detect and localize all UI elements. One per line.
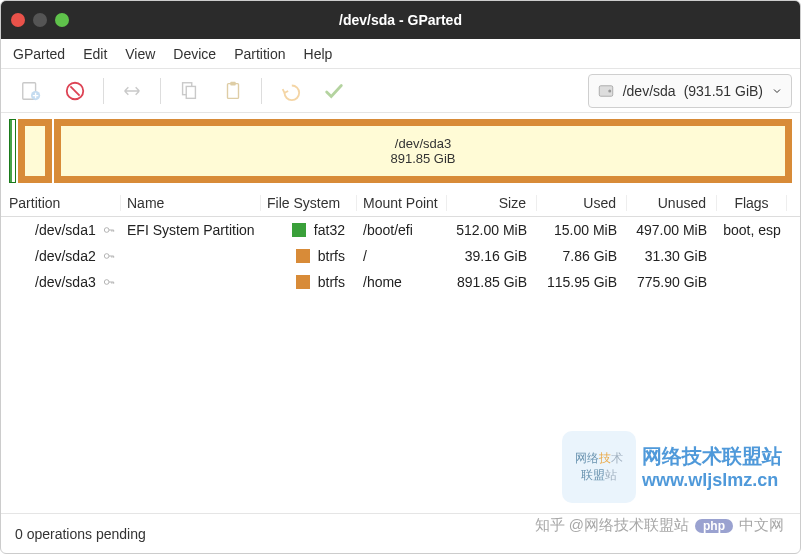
col-flags[interactable]: Flags: [717, 195, 787, 211]
partition-path: /dev/sda2: [35, 248, 96, 264]
disk-block-size: 891.85 GiB: [390, 151, 455, 166]
size-cell: 512.00 MiB: [447, 222, 537, 238]
paste-icon: [222, 80, 244, 102]
disk-block-label: /dev/sda3: [395, 136, 451, 151]
used-cell: 115.95 GiB: [537, 274, 627, 290]
partition-path: /dev/sda3: [35, 274, 96, 290]
menu-partition[interactable]: Partition: [234, 46, 285, 62]
menu-help[interactable]: Help: [304, 46, 333, 62]
toolbar-separator: [103, 78, 104, 104]
minimize-icon[interactable]: [33, 13, 47, 27]
lock-icon: [102, 249, 116, 263]
fs-type: btrfs: [318, 248, 345, 264]
table-row[interactable]: /dev/sda1 EFI System Partition fat32 /bo…: [1, 217, 800, 243]
size-cell: 891.85 GiB: [447, 274, 537, 290]
menu-edit[interactable]: Edit: [83, 46, 107, 62]
menu-device[interactable]: Device: [173, 46, 216, 62]
flags-cell: boot, esp: [717, 222, 787, 238]
mount-point: /home: [357, 274, 447, 290]
used-cell: 7.86 GiB: [537, 248, 627, 264]
svg-point-11: [104, 254, 109, 259]
unused-cell: 497.00 MiB: [627, 222, 717, 238]
pending-ops-label: 0 operations pending: [15, 526, 146, 542]
window-controls: [11, 13, 69, 27]
new-partition-button[interactable]: [9, 73, 53, 109]
fs-type: fat32: [314, 222, 345, 238]
fs-type: btrfs: [318, 274, 345, 290]
fs-color-box: [292, 223, 306, 237]
apply-button[interactable]: [312, 73, 356, 109]
col-unused[interactable]: Unused: [627, 195, 717, 211]
toolbar: /dev/sda (931.51 GiB): [1, 69, 800, 113]
undo-button[interactable]: [268, 73, 312, 109]
resize-icon: [121, 80, 143, 102]
size-cell: 39.16 GiB: [447, 248, 537, 264]
table-row[interactable]: /dev/sda2 btrfs / 39.16 GiB 7.86 GiB 31.…: [1, 243, 800, 269]
fs-color-box: [296, 249, 310, 263]
unused-cell: 775.90 GiB: [627, 274, 717, 290]
delete-icon: [64, 80, 86, 102]
menu-view[interactable]: View: [125, 46, 155, 62]
svg-rect-6: [228, 83, 239, 98]
paste-button[interactable]: [211, 73, 255, 109]
watermark-badge: 网络技术 联盟站: [562, 431, 636, 503]
new-partition-icon: [20, 80, 42, 102]
titlebar: /dev/sda - GParted: [1, 1, 800, 39]
device-selector[interactable]: /dev/sda (931.51 GiB): [588, 74, 792, 108]
table-row[interactable]: /dev/sda3 btrfs /home 891.85 GiB 115.95 …: [1, 269, 800, 295]
disk-block-sda3[interactable]: /dev/sda3 891.85 GiB: [54, 119, 792, 183]
resize-move-button[interactable]: [110, 73, 154, 109]
watermark-logo: 网络技术 联盟站 网络技术联盟站 www.wljslmz.cn: [562, 431, 782, 503]
col-partition[interactable]: Partition: [1, 195, 121, 211]
undo-icon: [279, 80, 301, 102]
col-filesystem[interactable]: File System: [261, 195, 357, 211]
partition-name: EFI System Partition: [121, 222, 261, 238]
app-window: /dev/sda - GParted GParted Edit View Dev…: [0, 0, 801, 554]
apply-icon: [323, 80, 345, 102]
svg-point-9: [608, 89, 611, 92]
col-name[interactable]: Name: [121, 195, 261, 211]
device-label: /dev/sda: [623, 83, 676, 99]
menubar: GParted Edit View Device Partition Help: [1, 39, 800, 69]
disk-block-sda2[interactable]: [18, 119, 52, 183]
watermark-text: 网络技术联盟站 www.wljslmz.cn: [642, 443, 782, 491]
svg-point-10: [104, 228, 109, 233]
svg-rect-5: [186, 86, 195, 98]
used-cell: 15.00 MiB: [537, 222, 627, 238]
svg-point-12: [104, 280, 109, 285]
col-size[interactable]: Size: [447, 195, 537, 211]
svg-rect-7: [230, 81, 236, 85]
unused-cell: 31.30 GiB: [627, 248, 717, 264]
svg-line-3: [70, 86, 79, 95]
copy-button[interactable]: [167, 73, 211, 109]
mount-point: /boot/efi: [357, 222, 447, 238]
harddisk-icon: [597, 82, 615, 100]
menu-gparted[interactable]: GParted: [13, 46, 65, 62]
chevron-down-icon: [771, 85, 783, 97]
col-used[interactable]: Used: [537, 195, 627, 211]
device-size: (931.51 GiB): [684, 83, 763, 99]
close-icon[interactable]: [11, 13, 25, 27]
table-header: Partition Name File System Mount Point S…: [1, 189, 800, 217]
col-mountpoint[interactable]: Mount Point: [357, 195, 447, 211]
maximize-icon[interactable]: [55, 13, 69, 27]
disk-map[interactable]: /dev/sda3 891.85 GiB: [1, 113, 800, 189]
disk-block-sda1[interactable]: [9, 119, 16, 183]
lock-icon: [102, 275, 116, 289]
partition-path: /dev/sda1: [35, 222, 96, 238]
fs-color-box: [296, 275, 310, 289]
toolbar-separator: [160, 78, 161, 104]
delete-partition-button[interactable]: [53, 73, 97, 109]
window-title: /dev/sda - GParted: [339, 12, 462, 28]
mount-point: /: [357, 248, 447, 264]
copy-icon: [178, 80, 200, 102]
toolbar-separator: [261, 78, 262, 104]
lock-icon: [102, 223, 116, 237]
watermark-zhihu: 知乎 @网络技术联盟站 php 中文网: [535, 516, 784, 535]
